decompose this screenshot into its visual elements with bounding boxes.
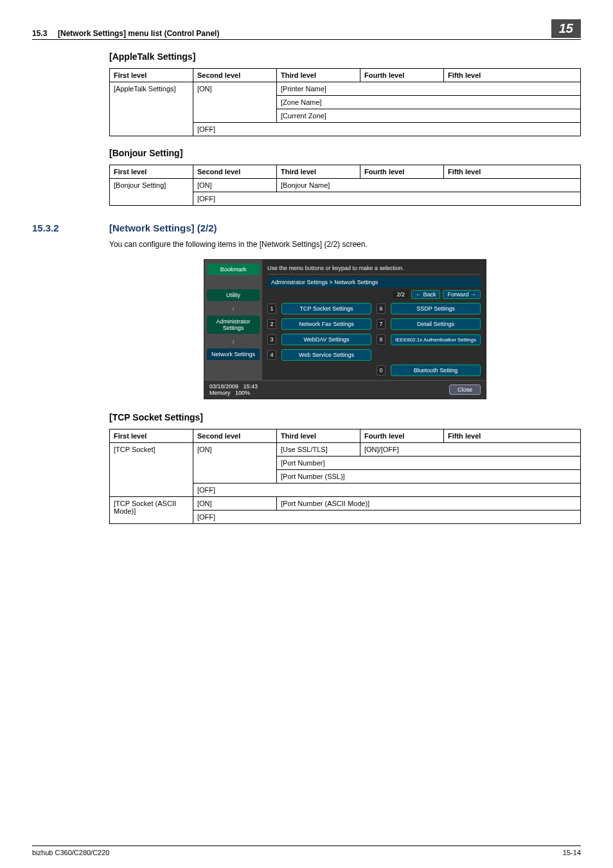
cell: [ON] [193,179,277,192]
col-header: Second level [193,69,277,82]
col-header: Fourth level [360,429,444,443]
header-section-title: [Network Settings] menu list (Control Pa… [58,29,219,38]
ss-back-button[interactable]: ← Back [411,290,441,299]
appletalk-heading: [AppleTalk Settings] [109,51,581,62]
section-number: 15.3.2 [32,222,109,233]
arrow-down-icon: ↓ [207,338,260,345]
ss-forward-button[interactable]: Forward → [443,290,481,299]
header-section-num: 15.3 [32,29,47,38]
ss-item-tcp-socket[interactable]: TCP Socket Settings [281,303,371,314]
ss-time: 15:43 [244,383,258,390]
col-header: Third level [277,69,360,82]
cell: [TCP Socket] [110,443,193,497]
tcpsocket-heading: [TCP Socket Settings] [109,412,581,422]
ss-item-num: 6 [377,303,386,314]
cell: [TCP Socket (ASCII Mode)] [110,497,193,524]
col-header: First level [110,69,193,82]
section-heading-row: 15.3.2 [Network Settings] (2/2) [32,222,581,233]
col-header: Fourth level [360,69,444,82]
ss-mem-label: Memory [209,390,231,396]
cell: [OFF] [193,511,581,524]
ss-item-network-fax[interactable]: Network Fax Settings [281,318,371,330]
cell: [OFF] [193,123,581,136]
bonjour-table: First level Second level Third level Fou… [109,165,581,206]
ss-left-sidebar: Bookmark Utility ↓ Administrator Setting… [204,260,262,380]
ss-item-ssdp[interactable]: SSDP Settings [391,303,481,314]
ss-item-webdav[interactable]: WebDAV Settings [281,334,371,345]
col-header: Fifth level [444,429,581,443]
col-header: Fifth level [444,165,581,179]
page-footer: bizhub C360/C280/C220 15-14 [32,845,581,856]
chapter-badge: 15 [551,19,581,38]
cell: [Use SSL/TLS] [277,443,360,457]
network-settings-screenshot: Bookmark Utility ↓ Administrator Setting… [204,259,486,399]
cell: [Port Number (ASCII Mode)] [277,497,581,511]
ss-item-num: 1 [267,303,276,314]
ss-item-num: 2 [267,319,276,329]
section-body: You can configure the following items in… [109,240,581,249]
ss-breadcrumb: Administrator Settings > Network Setting… [267,277,481,287]
footer-page-num: 15-14 [563,849,581,856]
ss-menu-grid: 1 TCP Socket Settings 6 SSDP Settings 2 … [267,303,481,376]
cell: [Printer Name] [277,82,581,96]
col-header: First level [110,165,193,179]
ss-page-indicator: 2/2 [393,291,409,298]
appletalk-table: First level Second level Third level Fou… [109,68,581,136]
col-header: Third level [277,429,360,443]
ss-tab-network[interactable]: Network Settings [207,348,260,360]
ss-item-num: 7 [377,319,386,329]
ss-item-bluetooth[interactable]: Bluetooth Setting [391,365,481,376]
cell: [Zone Name] [277,96,581,109]
tcpsocket-table: First level Second level Third level Fou… [109,429,581,524]
cell: [ON] [193,82,277,123]
ss-item-ieee8021x[interactable]: IEEE802.1x Authentication Settings [391,334,481,345]
cell: [Port Number (SSL)] [277,470,581,484]
ss-item-num: 4 [267,350,276,360]
ss-item-num: 0 [377,365,386,375]
ss-tab-utility[interactable]: Utility [207,289,260,301]
ss-item-web-service[interactable]: Web Service Settings [281,349,371,361]
cell: [Bonjour Setting] [110,179,193,206]
ss-tab-bookmark[interactable]: Bookmark [207,264,260,275]
col-header: Second level [193,429,277,443]
cell: [ON]/[OFF] [360,443,581,457]
cell: [Port Number] [277,457,581,470]
ss-nav: 2/2 ← Back Forward → [267,290,481,299]
cell: [AppleTalk Settings] [110,82,193,136]
col-header: Third level [277,165,360,179]
cell: [OFF] [193,192,581,206]
page-header: 15.3 [Network Settings] menu list (Contr… [32,19,581,40]
cell: [OFF] [193,484,581,497]
bonjour-heading: [Bonjour Setting] [109,148,581,158]
col-header: Second level [193,165,277,179]
ss-item-num: 3 [267,334,276,345]
header-section: 15.3 [Network Settings] menu list (Contr… [32,29,551,38]
cell: [ON] [193,443,277,484]
cell: [ON] [193,497,277,511]
ss-close-button[interactable]: Close [449,384,481,395]
ss-hint: Use the menu buttons or keypad to make a… [267,264,481,275]
col-header: First level [110,429,193,443]
cell: [Current Zone] [277,109,581,123]
ss-tab-admin[interactable]: Administrator Settings [207,316,260,334]
cell: [Bonjour Name] [277,179,581,192]
col-header: Fourth level [360,165,444,179]
ss-footer: 03/18/2009 15:43 Memory 100% Close [204,380,486,399]
ss-footer-left: 03/18/2009 15:43 Memory 100% [209,383,258,396]
ss-item-detail[interactable]: Detail Settings [391,318,481,330]
ss-mem-val: 100% [235,390,250,396]
arrow-down-icon: ↓ [207,305,260,312]
footer-model: bizhub C360/C280/C220 [32,849,109,856]
section-title: [Network Settings] (2/2) [109,222,217,233]
ss-item-num: 8 [377,334,386,345]
ss-date: 03/18/2009 [209,383,238,390]
col-header: Fifth level [444,69,581,82]
